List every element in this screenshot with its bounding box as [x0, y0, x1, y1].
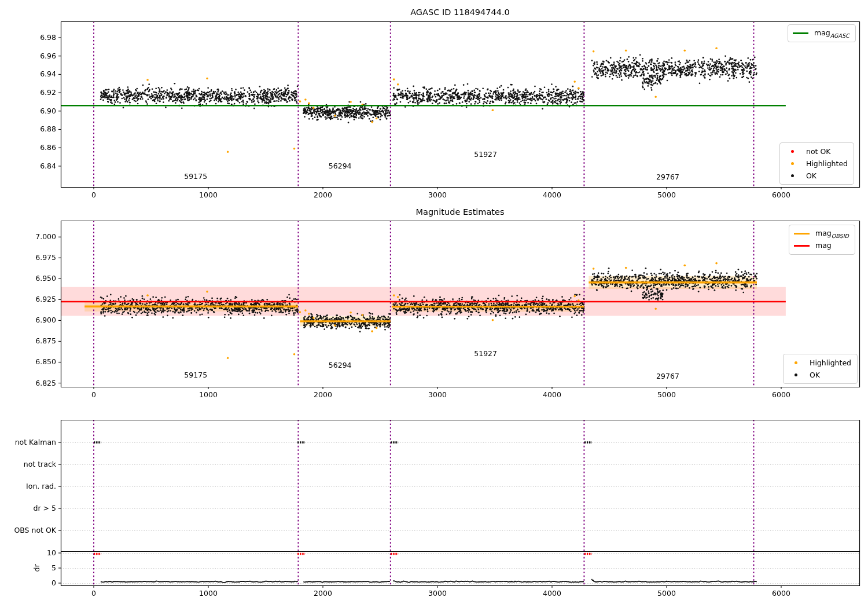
obsid-label-plot2: 56294: [329, 361, 352, 369]
legend-label-ok: OK: [806, 171, 816, 180]
x-tick-label-plot2: 1000: [199, 391, 218, 399]
flag-category-label: OBS not OK: [14, 527, 56, 534]
y-tick-label-plot2: 6.850: [35, 358, 56, 366]
flag-category-label: Ion. rad.: [26, 483, 56, 490]
plot2-title: Magnitude Estimates: [415, 207, 504, 217]
mag-agasc-line-swatch: [793, 32, 808, 34]
legend-label-mag-obsid: magOBSID: [815, 229, 849, 239]
y-tick-label-plot1: 6.88: [40, 126, 56, 133]
legend-row: OK: [788, 369, 851, 381]
x-tick-label-plot1: 3000: [428, 192, 447, 199]
x-tick-label-plot2: 4000: [543, 391, 561, 399]
legend-point-status-plot2: Highlighted OK: [783, 354, 858, 384]
y-tick-label-plot2: 6.875: [35, 338, 56, 345]
obsid-label-plot2: 29767: [656, 373, 679, 380]
legend-label-not-ok: not OK: [806, 147, 830, 156]
legend-mag-lines: magOBSID mag: [789, 225, 855, 255]
x-tick-label-plot2: 0: [91, 391, 96, 399]
legend-row: Highlighted: [785, 158, 848, 170]
marker-swatch-wrap: [785, 150, 800, 153]
ok-marker: [791, 174, 794, 177]
mag-line-swatch: [794, 245, 810, 247]
y-tick-label-plot2: 6.950: [35, 275, 56, 283]
y-tick-label-plot1: 6.92: [40, 89, 56, 97]
x-tick-label-plot3: 6000: [772, 590, 790, 598]
dr-tick-label: 5: [52, 565, 56, 572]
marker-swatch-wrap: [788, 361, 804, 364]
legend-row: magOBSID: [794, 228, 849, 240]
marker-swatch-wrap: [785, 174, 800, 177]
x-tick-label-plot2: 2000: [314, 391, 332, 399]
obsid-label-plot2: 59175: [184, 372, 207, 379]
dr-tick-label: 10: [47, 550, 56, 557]
highlighted-marker: [791, 162, 794, 165]
legend-label-highlighted: Highlighted: [810, 358, 851, 367]
obsid-label-plot1: 51927: [474, 151, 497, 159]
legend-row: not OK: [785, 145, 848, 158]
x-tick-label-plot3: 4000: [543, 590, 561, 598]
plot1-title: AGASC ID 118494744.0: [410, 8, 510, 17]
legend-label-highlighted: Highlighted: [806, 159, 848, 168]
legend-label-mag-agasc: magAGASC: [814, 28, 849, 39]
y-tick-label-plot2: 6.825: [35, 379, 56, 387]
not-ok-marker: [791, 150, 794, 153]
x-tick-label-plot1: 5000: [657, 192, 676, 199]
legend-row: mag: [794, 240, 849, 252]
x-tick-label-plot1: 6000: [772, 192, 790, 199]
x-tick-label-plot1: 1000: [199, 192, 218, 199]
x-tick-label-plot3: 3000: [428, 590, 447, 598]
x-tick-label-plot2: 5000: [657, 391, 676, 399]
obsid-label-plot1: 29767: [656, 174, 679, 181]
legend-label-mag: mag: [815, 241, 832, 251]
legend-row: Highlighted: [788, 357, 851, 369]
y-tick-label-plot2: 6.900: [35, 317, 56, 324]
y-tick-label-plot2: 6.975: [35, 254, 56, 262]
figure: AGASC ID 118494744.0 Magnitude Estimates…: [0, 0, 868, 608]
mag-obsid-line-swatch: [794, 233, 810, 235]
marker-swatch-wrap: [785, 162, 800, 165]
x-tick-label-plot1: 0: [91, 192, 96, 199]
x-tick-label-plot3: 0: [91, 590, 96, 598]
obsid-label-plot2: 51927: [474, 350, 497, 357]
y-tick-label-plot2: 7.000: [35, 233, 56, 241]
marker-swatch-wrap: [788, 373, 804, 376]
obsid-label-plot1: 59175: [184, 173, 207, 181]
obsid-label-plot1: 56294: [329, 163, 352, 170]
y-tick-label-plot1: 6.98: [40, 34, 56, 42]
ok-marker: [795, 373, 797, 376]
legend-row: OK: [785, 170, 848, 182]
dr-tick-label: 0: [52, 580, 56, 587]
legend-label-ok: OK: [810, 371, 820, 379]
legend-point-status-plot1: not OK Highlighted OK: [779, 142, 854, 185]
legend-row: magAGASC: [793, 27, 849, 39]
highlighted-marker: [795, 361, 797, 364]
y-tick-label-plot1: 6.84: [40, 163, 56, 170]
dr-axis-label: dr: [32, 564, 41, 572]
x-tick-label-plot2: 6000: [772, 391, 790, 399]
legend-mag-agasc: magAGASC: [788, 24, 856, 42]
x-tick-label-plot3: 2000: [314, 590, 332, 598]
x-tick-label-plot3: 1000: [199, 590, 218, 598]
x-tick-label-plot1: 2000: [314, 192, 332, 199]
y-tick-label-plot1: 6.94: [40, 71, 56, 78]
x-tick-label-plot3: 5000: [657, 590, 676, 598]
y-tick-label-plot1: 6.96: [40, 52, 56, 60]
y-tick-label-plot2: 6.925: [35, 296, 56, 303]
flag-category-label: not Kalman: [15, 439, 56, 446]
flag-category-label: dr > 5: [34, 505, 56, 512]
y-tick-label-plot1: 6.86: [40, 144, 56, 152]
x-tick-label-plot2: 3000: [428, 391, 447, 399]
chart-canvas: [0, 0, 868, 608]
flag-category-label: not track: [24, 461, 56, 468]
y-tick-label-plot1: 6.90: [40, 108, 56, 115]
x-tick-label-plot1: 4000: [543, 192, 561, 199]
